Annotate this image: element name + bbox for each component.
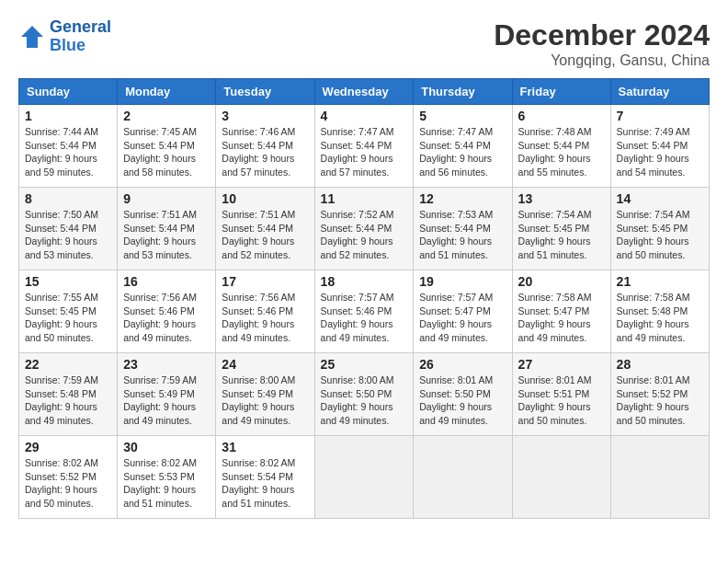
calendar-cell: 18 Sunrise: 7:57 AM Sunset: 5:46 PM Dayl… [314, 270, 414, 353]
day-info: Sunrise: 7:56 AM Sunset: 5:46 PM Dayligh… [123, 291, 210, 345]
day-info: Sunrise: 7:54 AM Sunset: 5:45 PM Dayligh… [518, 208, 605, 262]
day-info: Sunrise: 7:51 AM Sunset: 5:44 PM Dayligh… [123, 208, 210, 262]
weekday-header: Thursday [414, 79, 512, 105]
day-number: 3 [222, 109, 308, 123]
day-number: 2 [123, 109, 210, 123]
day-info: Sunrise: 7:52 AM Sunset: 5:44 PM Dayligh… [321, 208, 408, 262]
calendar-cell: 5 Sunrise: 7:47 AM Sunset: 5:44 PM Dayli… [414, 105, 512, 188]
calendar-cell: 17 Sunrise: 7:56 AM Sunset: 5:46 PM Dayl… [216, 270, 314, 353]
day-number: 26 [419, 357, 506, 372]
weekday-header-row: SundayMondayTuesdayWednesdayThursdayFrid… [19, 79, 710, 105]
calendar-cell: 25 Sunrise: 8:00 AM Sunset: 5:50 PM Dayl… [314, 353, 414, 436]
calendar-cell: 22 Sunrise: 7:59 AM Sunset: 5:48 PM Dayl… [19, 353, 118, 436]
day-number: 27 [518, 357, 605, 372]
day-number: 22 [25, 357, 111, 372]
day-number: 14 [617, 191, 703, 206]
calendar-week-row: 15 Sunrise: 7:55 AM Sunset: 5:45 PM Dayl… [19, 270, 710, 353]
title-block: December 2024 Yongqing, Gansu, China [494, 18, 710, 69]
weekday-header: Wednesday [314, 79, 414, 105]
calendar-cell: 23 Sunrise: 7:59 AM Sunset: 5:49 PM Dayl… [118, 353, 216, 436]
calendar-cell: 6 Sunrise: 7:48 AM Sunset: 5:44 PM Dayli… [512, 105, 610, 188]
day-number: 7 [617, 109, 703, 123]
day-number: 10 [222, 191, 308, 206]
calendar-cell: 24 Sunrise: 8:00 AM Sunset: 5:49 PM Dayl… [216, 353, 314, 436]
calendar-cell: 15 Sunrise: 7:55 AM Sunset: 5:45 PM Dayl… [19, 270, 118, 353]
day-info: Sunrise: 7:56 AM Sunset: 5:46 PM Dayligh… [222, 291, 308, 345]
calendar-cell [314, 436, 414, 519]
day-number: 18 [321, 274, 408, 289]
calendar-cell: 2 Sunrise: 7:45 AM Sunset: 5:44 PM Dayli… [118, 105, 216, 188]
calendar-cell: 1 Sunrise: 7:44 AM Sunset: 5:44 PM Dayli… [19, 105, 118, 188]
calendar-cell: 7 Sunrise: 7:49 AM Sunset: 5:44 PM Dayli… [610, 105, 709, 188]
logo-icon [18, 23, 46, 51]
day-number: 17 [222, 274, 308, 289]
calendar-cell: 16 Sunrise: 7:56 AM Sunset: 5:46 PM Dayl… [118, 270, 216, 353]
day-info: Sunrise: 7:51 AM Sunset: 5:44 PM Dayligh… [222, 208, 308, 262]
calendar-cell: 12 Sunrise: 7:53 AM Sunset: 5:44 PM Dayl… [414, 188, 512, 270]
calendar-cell: 26 Sunrise: 8:01 AM Sunset: 5:50 PM Dayl… [414, 353, 512, 436]
day-info: Sunrise: 7:57 AM Sunset: 5:46 PM Dayligh… [321, 291, 408, 345]
calendar-cell: 21 Sunrise: 7:58 AM Sunset: 5:48 PM Dayl… [610, 270, 709, 353]
calendar-cell: 31 Sunrise: 8:02 AM Sunset: 5:54 PM Dayl… [216, 436, 314, 519]
day-info: Sunrise: 7:54 AM Sunset: 5:45 PM Dayligh… [617, 208, 703, 262]
logo-text: General Blue [50, 18, 111, 55]
location: Yongqing, Gansu, China [494, 52, 710, 69]
calendar-cell: 14 Sunrise: 7:54 AM Sunset: 5:45 PM Dayl… [610, 188, 709, 270]
calendar-cell: 4 Sunrise: 7:47 AM Sunset: 5:44 PM Dayli… [314, 105, 414, 188]
calendar-cell: 27 Sunrise: 8:01 AM Sunset: 5:51 PM Dayl… [512, 353, 610, 436]
day-info: Sunrise: 7:48 AM Sunset: 5:44 PM Dayligh… [518, 125, 605, 179]
day-number: 19 [419, 274, 506, 289]
day-info: Sunrise: 8:01 AM Sunset: 5:50 PM Dayligh… [419, 373, 506, 428]
calendar-cell: 11 Sunrise: 7:52 AM Sunset: 5:44 PM Dayl… [314, 188, 414, 270]
calendar-cell: 9 Sunrise: 7:51 AM Sunset: 5:44 PM Dayli… [118, 188, 216, 270]
calendar-cell [512, 436, 610, 519]
day-number: 11 [321, 191, 408, 206]
day-number: 15 [25, 274, 111, 289]
day-info: Sunrise: 7:59 AM Sunset: 5:48 PM Dayligh… [25, 373, 111, 428]
calendar-cell: 19 Sunrise: 7:57 AM Sunset: 5:47 PM Dayl… [414, 270, 512, 353]
calendar-cell: 10 Sunrise: 7:51 AM Sunset: 5:44 PM Dayl… [216, 188, 314, 270]
weekday-header: Monday [118, 79, 216, 105]
calendar-cell: 13 Sunrise: 7:54 AM Sunset: 5:45 PM Dayl… [512, 188, 610, 270]
day-info: Sunrise: 8:01 AM Sunset: 5:51 PM Dayligh… [518, 373, 605, 428]
day-info: Sunrise: 7:47 AM Sunset: 5:44 PM Dayligh… [419, 125, 506, 179]
calendar-cell: 8 Sunrise: 7:50 AM Sunset: 5:44 PM Dayli… [19, 188, 118, 270]
page-header: General Blue December 2024 Yongqing, Gan… [18, 18, 710, 69]
day-info: Sunrise: 7:53 AM Sunset: 5:44 PM Dayligh… [419, 208, 506, 262]
day-number: 5 [419, 109, 506, 123]
day-info: Sunrise: 8:00 AM Sunset: 5:49 PM Dayligh… [222, 373, 308, 428]
day-info: Sunrise: 7:59 AM Sunset: 5:49 PM Dayligh… [123, 373, 210, 428]
day-number: 24 [222, 357, 308, 372]
day-number: 9 [123, 191, 210, 206]
day-info: Sunrise: 8:02 AM Sunset: 5:52 PM Dayligh… [25, 456, 111, 511]
day-number: 4 [321, 109, 408, 123]
day-info: Sunrise: 8:02 AM Sunset: 5:53 PM Dayligh… [123, 456, 210, 511]
day-info: Sunrise: 8:00 AM Sunset: 5:50 PM Dayligh… [321, 373, 408, 428]
day-number: 28 [617, 357, 703, 372]
calendar-table: SundayMondayTuesdayWednesdayThursdayFrid… [18, 78, 710, 519]
calendar-week-row: 22 Sunrise: 7:59 AM Sunset: 5:48 PM Dayl… [19, 353, 710, 436]
calendar-week-row: 29 Sunrise: 8:02 AM Sunset: 5:52 PM Dayl… [19, 436, 710, 519]
day-number: 1 [25, 109, 111, 123]
day-info: Sunrise: 7:57 AM Sunset: 5:47 PM Dayligh… [419, 291, 506, 345]
day-number: 13 [518, 191, 605, 206]
day-info: Sunrise: 7:58 AM Sunset: 5:47 PM Dayligh… [518, 291, 605, 345]
logo-line1: General [50, 17, 111, 36]
day-info: Sunrise: 7:46 AM Sunset: 5:44 PM Dayligh… [222, 125, 308, 179]
day-number: 20 [518, 274, 605, 289]
day-number: 29 [25, 440, 111, 454]
day-info: Sunrise: 7:55 AM Sunset: 5:45 PM Dayligh… [25, 291, 111, 345]
calendar-cell: 29 Sunrise: 8:02 AM Sunset: 5:52 PM Dayl… [19, 436, 118, 519]
day-info: Sunrise: 7:45 AM Sunset: 5:44 PM Dayligh… [123, 125, 210, 179]
weekday-header: Sunday [19, 79, 118, 105]
day-number: 23 [123, 357, 210, 372]
day-number: 31 [222, 440, 308, 454]
calendar-cell [610, 436, 709, 519]
calendar-cell [414, 436, 512, 519]
day-info: Sunrise: 7:49 AM Sunset: 5:44 PM Dayligh… [617, 125, 703, 179]
day-info: Sunrise: 7:47 AM Sunset: 5:44 PM Dayligh… [321, 125, 408, 179]
svg-marker-0 [21, 26, 43, 48]
calendar-cell: 28 Sunrise: 8:01 AM Sunset: 5:52 PM Dayl… [610, 353, 709, 436]
day-number: 16 [123, 274, 210, 289]
day-number: 30 [123, 440, 210, 454]
